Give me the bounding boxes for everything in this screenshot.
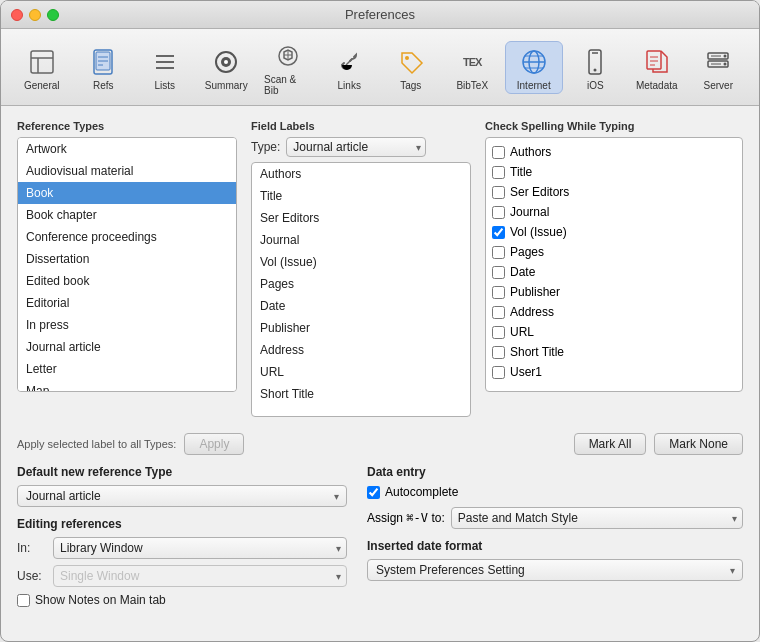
- summary-icon: [210, 46, 242, 78]
- metadata-icon: [641, 46, 673, 78]
- general-label: General: [24, 80, 60, 91]
- list-item-journal[interactable]: Journal article: [18, 336, 236, 358]
- list-item-artwork[interactable]: Artwork: [18, 138, 236, 160]
- spell-ser-editors-check[interactable]: [492, 186, 505, 199]
- list-item-book-chapter[interactable]: Book chapter: [18, 204, 236, 226]
- default-ref-dropdown[interactable]: Journal article Book Book chapter: [17, 485, 347, 507]
- field-ser-editors[interactable]: Ser Editors: [252, 207, 470, 229]
- spell-url-check[interactable]: [492, 326, 505, 339]
- ios-label: iOS: [587, 80, 604, 91]
- field-url[interactable]: URL: [252, 361, 470, 383]
- type-dropdown-wrap: Journal article Book Book chapter: [286, 137, 426, 157]
- metadata-label: Metadata: [636, 80, 678, 91]
- spell-publisher-label: Publisher: [510, 282, 560, 302]
- spell-user1-check[interactable]: [492, 366, 505, 379]
- field-vol-issue[interactable]: Vol (Issue): [252, 251, 470, 273]
- paste-dropdown[interactable]: Paste and Match Style Paste: [451, 507, 743, 529]
- date-format-dropdown-wrap: System Preferences Setting Custom Format: [367, 559, 743, 581]
- field-title[interactable]: Title: [252, 185, 470, 207]
- in-dropdown-wrap: Library Window Floating Window: [53, 537, 347, 559]
- list-item-conference[interactable]: Conference proceedings: [18, 226, 236, 248]
- toolbar-ios[interactable]: iOS: [567, 41, 625, 94]
- maximize-button[interactable]: [47, 9, 59, 21]
- bibtex-label: BibTeX: [456, 80, 488, 91]
- toolbar-tags[interactable]: Tags: [382, 41, 440, 94]
- toolbar-general[interactable]: General: [13, 41, 71, 94]
- data-entry-title: Data entry: [367, 465, 743, 479]
- list-item-letter[interactable]: Letter: [18, 358, 236, 380]
- field-date[interactable]: Date: [252, 295, 470, 317]
- reference-types-list[interactable]: Artwork Audiovisual material Book Book c…: [17, 137, 237, 392]
- spell-short-title-check[interactable]: [492, 346, 505, 359]
- bottom-right: Data entry Autocomplete Assign ⌘-V to: P…: [367, 465, 743, 617]
- spell-journal-check[interactable]: [492, 206, 505, 219]
- close-button[interactable]: [11, 9, 23, 21]
- spell-title-check[interactable]: [492, 166, 505, 179]
- toolbar-scan-bib[interactable]: Scan & Bib: [259, 35, 317, 99]
- reference-types-section: Reference Types Artwork Audiovisual mate…: [17, 120, 237, 417]
- svg-rect-0: [31, 51, 53, 73]
- show-notes-label: Show Notes on Main tab: [35, 593, 166, 607]
- field-authors[interactable]: Authors: [252, 163, 470, 185]
- toolbar-bibtex[interactable]: TEX BibTeX: [444, 41, 502, 94]
- toolbar-lists[interactable]: Lists: [136, 41, 194, 94]
- toolbar-links[interactable]: Links: [321, 41, 379, 94]
- lists-label: Lists: [154, 80, 175, 91]
- spell-ser-editors-label: Ser Editors: [510, 182, 569, 202]
- spell-date-label: Date: [510, 262, 535, 282]
- autocomplete-check[interactable]: [367, 486, 380, 499]
- toolbar-refs[interactable]: Refs: [75, 41, 133, 94]
- mark-none-button[interactable]: Mark None: [654, 433, 743, 455]
- toolbar-metadata[interactable]: Metadata: [628, 41, 686, 94]
- spell-pages: Pages: [492, 242, 736, 262]
- spell-publisher: Publisher: [492, 282, 736, 302]
- list-item-editorial[interactable]: Editorial: [18, 292, 236, 314]
- toolbar-server[interactable]: Server: [690, 41, 748, 94]
- toolbar-summary[interactable]: Summary: [198, 41, 256, 94]
- autocomplete-label: Autocomplete: [385, 485, 458, 499]
- field-labels-list[interactable]: Authors Title Ser Editors Journal Vol (I…: [251, 162, 471, 417]
- type-row: Type: Journal article Book Book chapter: [251, 137, 471, 157]
- show-notes-check[interactable]: [17, 594, 30, 607]
- mark-all-button[interactable]: Mark All: [574, 433, 647, 455]
- spelling-title: Check Spelling While Typing: [485, 120, 743, 132]
- use-dropdown[interactable]: Single Window Multiple Windows: [53, 565, 347, 587]
- spell-publisher-check[interactable]: [492, 286, 505, 299]
- minimize-button[interactable]: [29, 9, 41, 21]
- list-item-dissertation[interactable]: Dissertation: [18, 248, 236, 270]
- editing-section: Editing references In: Library Window Fl…: [17, 517, 347, 607]
- spell-date-check[interactable]: [492, 266, 505, 279]
- list-item-map[interactable]: Map: [18, 380, 236, 392]
- apply-button[interactable]: Apply: [184, 433, 244, 455]
- svg-point-13: [224, 60, 228, 64]
- field-pages[interactable]: Pages: [252, 273, 470, 295]
- in-dropdown[interactable]: Library Window Floating Window: [53, 537, 347, 559]
- server-label: Server: [704, 80, 733, 91]
- type-label: Type:: [251, 140, 280, 154]
- list-item-audiovisual[interactable]: Audiovisual material: [18, 160, 236, 182]
- list-item-book[interactable]: Book: [18, 182, 236, 204]
- list-item-in-press[interactable]: In press: [18, 314, 236, 336]
- list-item-edited-book[interactable]: Edited book: [18, 270, 236, 292]
- field-publisher[interactable]: Publisher: [252, 317, 470, 339]
- toolbar-internet[interactable]: Internet: [505, 41, 563, 94]
- spell-journal-label: Journal: [510, 202, 549, 222]
- spell-title-label: Title: [510, 162, 532, 182]
- date-format-dropdown[interactable]: System Preferences Setting Custom Format: [367, 559, 743, 581]
- type-dropdown[interactable]: Journal article Book Book chapter: [286, 137, 426, 157]
- svg-point-17: [405, 56, 409, 60]
- title-bar: Preferences: [1, 1, 759, 29]
- spell-pages-check[interactable]: [492, 246, 505, 259]
- spell-vol-check[interactable]: [492, 226, 505, 239]
- spell-address-check[interactable]: [492, 306, 505, 319]
- svg-point-32: [724, 54, 727, 57]
- field-journal[interactable]: Journal: [252, 229, 470, 251]
- spell-authors-check[interactable]: [492, 146, 505, 159]
- field-address[interactable]: Address: [252, 339, 470, 361]
- field-short-title[interactable]: Short Title: [252, 383, 470, 405]
- reference-types-title: Reference Types: [17, 120, 237, 132]
- toolbar: General Refs Lis: [1, 29, 759, 106]
- show-notes-row: Show Notes on Main tab: [17, 593, 347, 607]
- spell-pages-label: Pages: [510, 242, 544, 262]
- default-ref-title: Default new reference Type: [17, 465, 347, 479]
